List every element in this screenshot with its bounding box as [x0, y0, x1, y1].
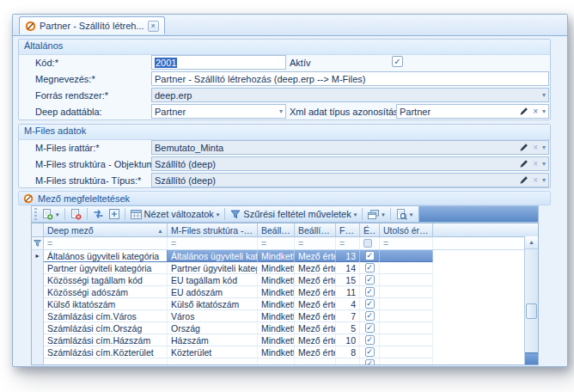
cell-mode[interactable]: Mindkettő [258, 346, 295, 358]
column-header-3[interactable]: Beállítási ... [258, 224, 295, 236]
filter-cell-5[interactable]: = [336, 237, 360, 249]
cell-type[interactable]: Mező érték [295, 322, 336, 334]
view-variants-button[interactable]: Nézet változatok▾ [128, 207, 223, 222]
mfiles-objektum-lookup[interactable]: Szállító (deep) × ▾ [151, 156, 549, 171]
cell-mfiles[interactable]: EU adószám [168, 286, 258, 298]
cell-mfiles[interactable] [168, 358, 258, 365]
column-header-7[interactable]: Utolsó érv... [380, 224, 433, 236]
column-header-5[interactable]: Feldol... [336, 224, 360, 236]
column-header-2[interactable]: M-Files struktúra - Dokumentu... [168, 224, 258, 236]
search-document-button[interactable]: ▾ [394, 207, 416, 222]
deep-adattabla-combo[interactable]: Partner ▾ [151, 104, 286, 119]
aktiv-checkbox[interactable]: ✓ [392, 56, 403, 67]
refresh-button[interactable] [90, 207, 107, 222]
cell-last[interactable] [380, 298, 433, 310]
table-row[interactable]: ▸Általános ügyviteli kategóriaÁltalános … [32, 250, 538, 262]
forras-rendszer-combo[interactable]: deep.erp ▾ [151, 88, 549, 102]
cell-order[interactable]: 5 [336, 322, 360, 334]
cell-mfiles[interactable]: Általános ügyviteli kategória [168, 250, 258, 262]
scroll-up-icon[interactable]: ▲ [525, 236, 538, 249]
cell-type[interactable]: Mező érték [295, 346, 336, 358]
cell-deep[interactable]: Számlázási cím.Város [44, 310, 168, 322]
filter-checkbox-icon[interactable] [363, 239, 372, 248]
checkbox-checked-icon[interactable]: ✓ [365, 347, 375, 357]
checkbox-checked-icon[interactable]: ✓ [365, 359, 375, 365]
cell-type[interactable]: Mező érték [295, 250, 336, 262]
cell-mode[interactable]: Mindkettő [258, 298, 295, 310]
filter-funnel-icon[interactable] [32, 237, 44, 249]
edit-pencil-icon[interactable] [519, 175, 528, 185]
checkbox-checked-icon[interactable]: ✓ [365, 287, 375, 297]
cell-type[interactable]: Mező érték [295, 310, 336, 322]
checkbox-checked-icon[interactable]: ✓ [365, 311, 375, 321]
cell-order[interactable]: 10 [336, 334, 360, 346]
filter-cell-7[interactable]: = [380, 237, 433, 249]
cell-mfiles[interactable]: Város [168, 310, 258, 322]
cell-order[interactable]: 15 [336, 274, 360, 286]
cell-deep[interactable]: Általános ügyviteli kategória [44, 250, 168, 262]
kod-input[interactable]: 2001 [151, 55, 286, 70]
cell-valid[interactable]: ✓ [360, 262, 380, 274]
clear-icon[interactable]: × [533, 144, 538, 152]
cell-valid[interactable]: ✓ [360, 346, 380, 358]
delete-record-button[interactable] [68, 207, 84, 222]
checkbox-checked-icon[interactable]: ✓ [365, 299, 375, 309]
add-record-button[interactable]: ▾ [40, 207, 62, 222]
chevron-down-icon[interactable]: ▾ [279, 108, 283, 115]
table-row[interactable]: ✓ [32, 358, 538, 365]
chevron-down-icon[interactable]: ▾ [542, 161, 546, 168]
cell-type[interactable]: Mező érték [295, 334, 336, 346]
tab-partner-szallito[interactable]: Partner - Szállító létreh... × [19, 16, 165, 34]
filter-operations-button[interactable]: Szűrési feltétel műveletek▾ [228, 207, 359, 222]
clear-icon[interactable]: × [533, 107, 538, 116]
cell-valid[interactable]: ✓ [360, 250, 380, 262]
table-row[interactable]: Közösségi tagállam kódEU tagállam kódMin… [32, 274, 538, 286]
checkbox-checked-icon[interactable]: ✓ [365, 251, 375, 260]
cell-order[interactable]: 14 [336, 262, 360, 274]
cell-deep[interactable]: Számlázási cím.Ország [44, 322, 168, 334]
checkbox-checked-icon[interactable]: ✓ [365, 323, 375, 333]
cell-mfiles[interactable]: Közterület [168, 346, 258, 358]
cell-last[interactable] [380, 322, 433, 334]
cell-mode[interactable]: Mindkettő [258, 262, 295, 274]
chevron-down-icon[interactable]: ▾ [542, 108, 546, 115]
cell-deep[interactable]: Számlázási cím.Házszám [44, 334, 168, 346]
xml-tipus-lookup[interactable]: Partner × ▾ [396, 104, 549, 119]
cell-deep[interactable]: Partner ügyviteli kategória [44, 262, 168, 274]
scroll-down-button[interactable] [525, 352, 538, 364]
cell-mode[interactable]: Mindkettő [258, 286, 295, 298]
filter-cell-4[interactable]: = [295, 237, 336, 249]
cell-type[interactable]: Mező érték [295, 298, 336, 310]
table-row[interactable]: Számlázási cím.KözterületKözterületMindk… [32, 346, 538, 358]
cell-mfiles[interactable]: Külső iktatószám [168, 298, 258, 310]
edit-pencil-icon[interactable] [519, 143, 528, 152]
chevron-down-icon[interactable]: ▾ [542, 92, 546, 99]
filter-cell-3[interactable]: = [258, 237, 295, 249]
edit-pencil-icon[interactable] [519, 159, 528, 168]
table-row[interactable]: Partner ügyviteli kategóriaPartner ügyvi… [32, 262, 538, 274]
cell-mfiles[interactable]: EU tagállam kód [168, 274, 258, 286]
cell-valid[interactable]: ✓ [360, 310, 380, 322]
cell-last[interactable] [380, 262, 433, 274]
checkbox-checked-icon[interactable]: ✓ [365, 275, 375, 285]
cell-last[interactable] [380, 346, 433, 358]
clear-icon[interactable]: × [533, 160, 538, 168]
cell-order[interactable]: 13 [336, 250, 360, 262]
table-row[interactable]: Számlázási cím.VárosVárosMindkettőMező é… [32, 310, 538, 322]
filter-cell-6[interactable] [360, 237, 380, 249]
cell-mfiles[interactable]: Ország [168, 322, 258, 334]
cell-last[interactable] [380, 274, 433, 286]
column-header-6[interactable]: Érvén... [360, 224, 380, 236]
vertical-scrollbar[interactable]: ▲ [524, 236, 538, 364]
filter-cell-2[interactable]: = [168, 237, 258, 249]
table-row[interactable]: Számlázási cím.HázszámHázszámMindkettőMe… [32, 334, 538, 346]
cell-order[interactable]: 7 [336, 310, 360, 322]
cell-last[interactable] [380, 310, 433, 322]
cell-type[interactable]: Mező érték [295, 274, 336, 286]
cell-valid[interactable]: ✓ [360, 358, 380, 365]
cell-mode[interactable] [258, 358, 295, 365]
megnevezes-input[interactable]: Partner - Szállító létrehozás (deep.erp … [151, 71, 549, 86]
scrollbar-thumb[interactable] [526, 303, 537, 319]
cell-last[interactable] [380, 358, 433, 365]
cell-last[interactable] [380, 250, 433, 262]
